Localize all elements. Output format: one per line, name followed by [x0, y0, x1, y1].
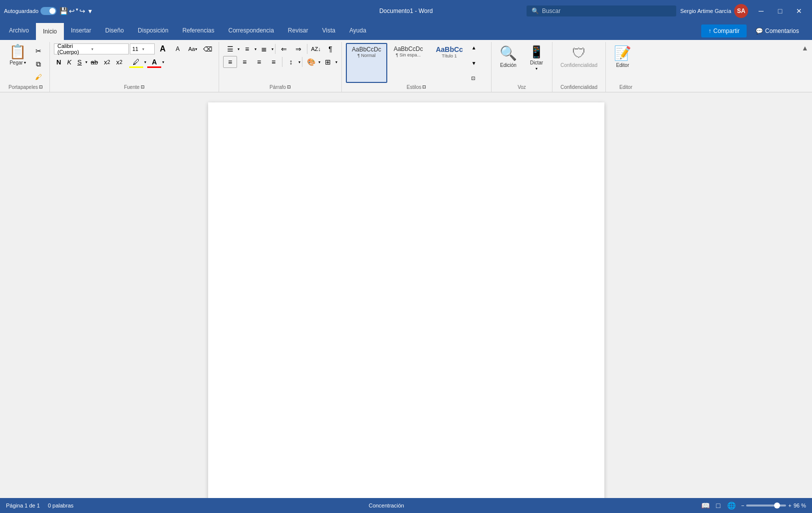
zoom-slider[interactable] — [746, 505, 786, 507]
minimize-button[interactable]: ─ — [752, 4, 770, 18]
format-painter-button[interactable]: 🖌 — [31, 71, 45, 83]
comments-button[interactable]: 💬 Comentarios — [749, 24, 806, 37]
tab-revisar[interactable]: Revisar — [281, 22, 315, 40]
underline-dropdown[interactable]: ▾ — [85, 60, 87, 64]
tab-correspondencia[interactable]: Correspondencia — [221, 22, 280, 40]
highlight-icon: 🖊 — [133, 58, 140, 66]
bullets-button[interactable]: ☰ — [223, 43, 237, 55]
multilevel-dropdown[interactable]: ▾ — [271, 47, 273, 51]
zoom-area: − + 96 % — [741, 503, 806, 509]
line-spacing-button[interactable]: ↕ — [284, 56, 298, 68]
ribbon-collapse-button[interactable]: ▲ — [800, 44, 810, 52]
read-view-button[interactable]: 📖 — [699, 500, 711, 512]
dictar-button[interactable]: 📱 Dictar ▾ — [525, 43, 548, 73]
font-color-dropdown[interactable]: ▾ — [162, 60, 164, 64]
focus-label[interactable]: Concentración — [369, 503, 404, 509]
underline-button[interactable]: S — [75, 56, 84, 67]
font-color-button[interactable]: A — [147, 56, 161, 68]
tab-insertar[interactable]: Insertar — [64, 22, 98, 40]
italic-button[interactable]: K — [64, 56, 74, 67]
document-page[interactable] — [208, 102, 604, 500]
zoom-plus-button[interactable]: + — [788, 503, 791, 509]
style-normal[interactable]: AaBbCcDc ¶ Normal — [346, 43, 387, 83]
pegar-button[interactable]: 📋 Pegar ▾ — [6, 43, 29, 67]
multilevel-button[interactable]: ≣ — [257, 43, 271, 55]
layout-view-button[interactable]: □ — [712, 500, 724, 512]
fuente-content: Calibri (Cuerpo) ▾ 11 ▾ A A Aa▾ ⌫ N — [54, 43, 215, 83]
avatar[interactable]: SA — [734, 4, 748, 18]
justify-button[interactable]: ≡ — [267, 56, 280, 68]
font-size-select[interactable]: 11 ▾ — [130, 43, 155, 54]
change-case-button[interactable]: Aa▾ — [186, 43, 200, 55]
title-bar: Autoguardado 💾 ↩ ▾ ↪ ▾ Documento1 - Word… — [0, 0, 812, 22]
style-titulo1-preview: AaBbCc — [436, 45, 463, 53]
dictar-dropdown[interactable]: ▾ — [536, 66, 538, 71]
copy-button[interactable]: ⧉ — [31, 58, 45, 70]
web-view-button[interactable]: 🌐 — [725, 500, 737, 512]
align-left-button[interactable]: ≡ — [223, 56, 237, 68]
parrafo-dialog-button[interactable]: ⊡ — [287, 84, 291, 89]
highlight-dropdown[interactable]: ▾ — [144, 60, 146, 64]
style-titulo1[interactable]: AaBbCc Título 1 — [429, 43, 469, 83]
show-marks-button[interactable]: ¶ — [323, 43, 337, 55]
share-button[interactable]: ↑ Compartir — [701, 24, 747, 37]
cut-button[interactable]: ✂ — [31, 45, 45, 57]
bullets-dropdown[interactable]: ▾ — [238, 47, 240, 51]
numbering-dropdown[interactable]: ▾ — [255, 47, 257, 51]
tab-ayuda[interactable]: Ayuda — [342, 22, 373, 40]
tab-archivo[interactable]: Archivo — [2, 22, 36, 40]
tab-disposicion[interactable]: Disposición — [131, 22, 175, 40]
superscript-button[interactable]: x2 — [114, 56, 125, 67]
zoom-minus-button[interactable]: − — [741, 503, 744, 509]
text-highlight-button[interactable]: 🖊 — [129, 56, 143, 68]
pegar-dropdown[interactable]: ▾ — [24, 60, 26, 65]
redo-button[interactable]: ↪ — [79, 7, 85, 15]
increase-indent-button[interactable]: ⇒ — [291, 43, 305, 55]
styles-scroll-up[interactable]: ▲ — [470, 44, 477, 51]
confidencialidad-button[interactable]: 🛡 Confidencialidad — [556, 43, 601, 70]
customize-qat-button[interactable]: ▾ — [88, 7, 92, 15]
subscript-button[interactable]: x2 — [101, 56, 113, 67]
toggle-knob — [49, 8, 55, 14]
tab-vista[interactable]: Vista — [315, 22, 342, 40]
autosave-toggle[interactable] — [40, 7, 56, 15]
maximize-button[interactable]: □ — [771, 4, 789, 18]
align-center-button[interactable]: ≡ — [238, 56, 252, 68]
close-button[interactable]: ✕ — [790, 4, 808, 18]
grow-font-button[interactable]: A — [156, 43, 170, 55]
edicion-button[interactable]: 🔍 Edición — [496, 43, 521, 72]
shading-dropdown[interactable]: ▾ — [318, 60, 320, 64]
voz-content: 🔍 Edición 📱 Dictar ▾ — [496, 43, 548, 83]
fuente-dialog-button[interactable]: ⊡ — [141, 84, 145, 89]
bold-button[interactable]: N — [54, 56, 63, 67]
borders-dropdown[interactable]: ▾ — [335, 60, 337, 64]
borders-button[interactable]: ⊞ — [321, 56, 335, 68]
shrink-font-button[interactable]: A — [171, 43, 185, 55]
style-titulo1-name: Título 1 — [442, 53, 457, 58]
undo-dropdown[interactable]: ▾ — [76, 7, 78, 15]
tab-inicio[interactable]: Inicio — [36, 22, 64, 40]
editor-button[interactable]: 📝 Editor — [610, 43, 635, 70]
search-box[interactable]: 🔍 — [527, 5, 676, 16]
search-input[interactable] — [542, 7, 671, 14]
font-family-select[interactable]: Calibri (Cuerpo) ▾ — [54, 43, 129, 54]
estilos-dialog-button[interactable]: ⊡ — [422, 84, 426, 89]
clear-format-button[interactable]: ⌫ — [201, 43, 215, 55]
line-spacing-dropdown[interactable]: ▾ — [298, 60, 300, 64]
strikethrough-button[interactable]: ab — [88, 56, 100, 67]
styles-scroll-down[interactable]: ▼ — [470, 59, 477, 67]
align-right-button[interactable]: ≡ — [252, 56, 266, 68]
decrease-indent-button[interactable]: ⇐ — [277, 43, 291, 55]
portapapeles-dialog-button[interactable]: ⊡ — [39, 84, 43, 89]
conf-group-label: Confidencialidad — [560, 83, 597, 91]
font-controls: Calibri (Cuerpo) ▾ 11 ▾ A A Aa▾ ⌫ N — [54, 43, 215, 68]
tab-referencias[interactable]: Referencias — [175, 22, 221, 40]
sort-button[interactable]: AZ↓ — [309, 43, 323, 55]
styles-expand[interactable]: ⊡ — [470, 74, 477, 82]
save-button[interactable]: 💾 — [59, 7, 68, 15]
shading-button[interactable]: 🎨 — [304, 56, 318, 68]
numbering-button[interactable]: ≡ — [240, 43, 254, 55]
style-sin-espacio[interactable]: AaBbCcDc ¶ Sin espa... — [388, 43, 429, 83]
tab-diseno[interactable]: Diseño — [98, 22, 131, 40]
undo-button[interactable]: ↩ — [69, 7, 75, 15]
